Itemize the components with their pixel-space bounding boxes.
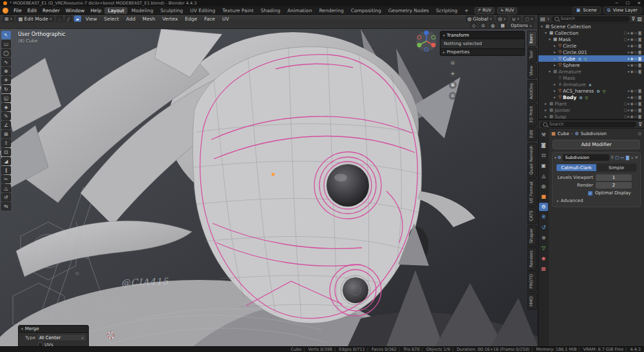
snap-dropdown[interactable]: ∪ ∨: [510, 15, 522, 22]
viewport-canvas[interactable]: [0, 29, 538, 346]
workspace-tab-texture-paint[interactable]: Texture Paint: [219, 7, 256, 14]
caret-icon[interactable]: ▾: [547, 37, 552, 41]
add-modifier-button[interactable]: Add Modifier: [553, 140, 640, 149]
row-label[interactable]: Mask: [558, 37, 571, 42]
sidebar-tab-shaper[interactable]: Shaper: [527, 225, 537, 246]
menu-edit[interactable]: Edit: [25, 7, 40, 14]
tool-button-select-box[interactable]: ▭: [1, 40, 11, 48]
visibility-icons[interactable]: ▢▸◉▭◙: [624, 108, 642, 112]
visibility-icons[interactable]: ▸◉▭◙: [628, 89, 642, 93]
visibility-icons[interactable]: ▸◉▭◙: [628, 63, 642, 67]
object-icon[interactable]: ▦: [551, 131, 556, 136]
row-label[interactable]: Body: [563, 95, 576, 100]
row-label[interactable]: Plant: [554, 101, 567, 107]
sidebar-tab-ue-format[interactable]: UE Format: [527, 178, 537, 207]
tab-physics[interactable]: ↺: [539, 223, 548, 232]
workspace-tab-geometry-nodes[interactable]: Geometry Nodes: [385, 7, 432, 14]
transform-orientation-dropdown[interactable]: ◍ Global ∨: [466, 15, 495, 22]
sidebar-tab-item[interactable]: Item: [527, 31, 537, 47]
advanced-section-toggle[interactable]: ▸ Advanced: [554, 197, 638, 204]
mode-dropdown[interactable]: ▦ Edit Mode ∨: [16, 15, 53, 22]
workspace-tab-sculpting[interactable]: Sculpting: [157, 7, 186, 14]
modifier-icon[interactable]: ⚙: [579, 95, 582, 100]
tool-button-loop-cut[interactable]: ∥: [1, 166, 11, 174]
menu-file[interactable]: File: [11, 7, 24, 14]
sidebar-tab-mmd[interactable]: MMD: [527, 293, 537, 310]
outliner-row-armature-object[interactable]: ▸ ⋔ Armature ⋔: [538, 81, 644, 88]
scene-selector[interactable]: ▣ Scene: [573, 6, 601, 14]
maximize-button[interactable]: ☐: [626, 1, 630, 6]
viewport-3d[interactable]: [0, 29, 538, 346]
ruv-button-1[interactable]: ↱ RUV: [475, 7, 495, 14]
tab-object[interactable]: ■: [539, 192, 548, 201]
menu-face[interactable]: Face: [202, 15, 218, 23]
caret-icon[interactable]: ▸: [553, 95, 557, 99]
edge-select-button[interactable]: ╱: [65, 15, 72, 22]
tab-modifiers[interactable]: ⚙: [539, 203, 548, 211]
mesh-data-icon[interactable]: ▽: [585, 95, 589, 100]
visibility-icons[interactable]: ▸◉▭◙: [628, 50, 642, 54]
shading-mode-toggle[interactable]: ▦: [498, 23, 507, 29]
pose-icon[interactable]: ⋔: [589, 82, 592, 87]
outliner-row-body[interactable]: ▸ ▽ Body ⚙ ▽ ▸◉▭◙: [538, 94, 644, 100]
caret-icon[interactable]: ▾: [540, 24, 544, 28]
outliner-row-circle[interactable]: ▸ ▽ Circle ▸◉▭◙: [538, 42, 644, 49]
show-overlays-toggle[interactable]: ⊙: [479, 23, 487, 29]
catmull-clark-button[interactable]: Catmull-Clark: [556, 164, 596, 171]
menu-vertex[interactable]: Vertex: [160, 15, 180, 23]
menu-window[interactable]: Window: [63, 7, 88, 14]
row-label[interactable]: Collection: [554, 30, 578, 36]
camera-view-icon[interactable]: ▣: [449, 81, 457, 89]
close-button[interactable]: ✕: [638, 1, 641, 6]
row-label[interactable]: Circle.001: [563, 50, 587, 55]
vertex-select-button[interactable]: ∴: [56, 15, 63, 22]
merge-type-dropdown[interactable]: At Center ∨: [37, 335, 86, 340]
sidebar-tab-tool[interactable]: Tool: [527, 48, 537, 62]
workspace-tab-rendering[interactable]: Rendering: [316, 7, 346, 14]
caret-icon[interactable]: ▸: [553, 57, 557, 60]
levels-viewport-field[interactable]: 1: [596, 174, 632, 181]
caret-down-icon[interactable]: ▾: [554, 156, 556, 160]
tool-button-tweak[interactable]: ↖: [1, 31, 11, 39]
modifier-filter-icon[interactable]: ⊽: [611, 155, 614, 160]
row-label[interactable]: ACS_harness: [563, 88, 594, 94]
row-label[interactable]: Sphere: [563, 62, 580, 68]
visibility-icons[interactable]: ▸◉▭◙: [628, 57, 642, 60]
menu-help[interactable]: Help: [88, 7, 104, 14]
optimal-display-checkbox[interactable]: ✓: [588, 191, 592, 196]
tab-object-data[interactable]: ▽: [539, 244, 548, 252]
tab-output[interactable]: ⊡: [539, 151, 548, 160]
tab-material[interactable]: ◉: [539, 254, 548, 263]
row-label[interactable]: Armature: [558, 69, 581, 75]
outliner-row-armature-collection[interactable]: ▾ ▦ Armature ▸◉▭◙: [538, 68, 644, 75]
tool-button-annotate[interactable]: ✎: [1, 112, 11, 120]
display-options-icon[interactable]: ▥: [637, 16, 642, 22]
face-select-button[interactable]: ▰: [74, 15, 81, 22]
tab-texture[interactable]: ▦: [539, 264, 548, 273]
caret-icon[interactable]: ▸: [544, 102, 548, 106]
caret-icon[interactable]: ▸: [544, 115, 548, 118]
animate-dot-icon[interactable]: ·: [634, 183, 638, 188]
show-in-viewport-toggle[interactable]: ▭: [620, 155, 624, 160]
row-label[interactable]: Jointer: [554, 107, 570, 113]
tool-button-inset[interactable]: ⊡: [1, 148, 11, 156]
workspace-tab-uv-editing[interactable]: UV Editing: [187, 7, 218, 14]
transform-panel-header[interactable]: ▾ Transform: [440, 31, 525, 39]
workspace-tab-scripting[interactable]: Scripting: [433, 7, 460, 14]
sidebar-tab-view[interactable]: View: [527, 62, 537, 79]
tool-button-transform[interactable]: ◈: [1, 103, 11, 111]
tool-button-extrude[interactable]: ⇧: [1, 139, 11, 147]
row-label[interactable]: Circle: [563, 43, 576, 49]
modifier-icon[interactable]: ⚙: [596, 89, 600, 93]
workspace-tab-layout[interactable]: Layout: [104, 7, 128, 14]
pan-icon[interactable]: ✛: [449, 70, 457, 78]
view-layer-selector[interactable]: ⧉ View Layer: [603, 6, 641, 14]
pivot-point-dropdown[interactable]: ◎ ∨: [496, 15, 508, 22]
tool-button-select-circle[interactable]: ◯: [1, 49, 11, 57]
workspace-tab-compositing[interactable]: Compositing: [348, 7, 384, 14]
outliner-row-jointer[interactable]: ▸ ▦ Jointer ▢▸◉▭◙: [538, 107, 644, 113]
editor-type-button[interactable]: ⊞ ∨: [3, 15, 14, 22]
sidebar-tab-proto[interactable]: PROTO: [527, 271, 537, 292]
tab-particles[interactable]: ※: [539, 213, 548, 221]
tool-button-bevel[interactable]: ◢: [1, 157, 11, 165]
